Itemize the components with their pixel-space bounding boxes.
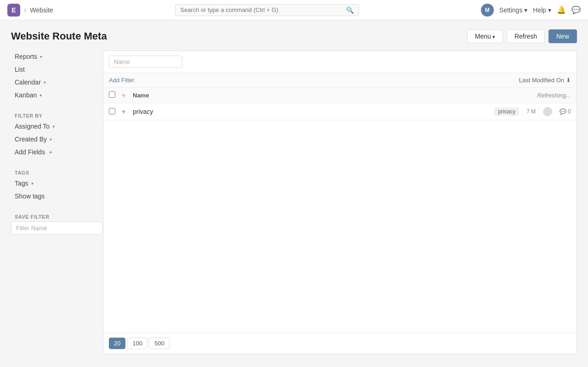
page-header: Website Route Meta Menu Refresh New	[0, 20, 588, 51]
row-meta: privacy 7 M 💬 0	[494, 107, 571, 116]
search-container: 🔍	[175, 4, 359, 16]
kanban-label: Kanban	[15, 91, 37, 99]
add-filter-button[interactable]: Add Filter	[109, 77, 135, 84]
created-by-label: Created By	[15, 136, 47, 143]
sidebar-item-calendar[interactable]: Calendar ▾	[11, 76, 103, 88]
tags-section: TAGS Tags ▾ Show tags	[11, 166, 103, 203]
header-status-col: Refreshing...	[516, 92, 571, 99]
chat-icon[interactable]: 💬	[571, 6, 581, 14]
table-row[interactable]: ♥ privacy privacy 7 M 💬 0	[103, 103, 577, 120]
content-area: Add Filter Last Modified On ⬇ ♥ Name Ref…	[103, 51, 577, 354]
sidebar: Reports ▾ List Calendar ▾ Kanban ▾ FILTE…	[11, 51, 103, 354]
assigned-to-caret: ▾	[52, 124, 55, 129]
avatar[interactable]: M	[481, 4, 494, 17]
page-title: Website Route Meta	[11, 30, 107, 42]
sort-label: Last Modified On	[519, 77, 564, 84]
kanban-caret: ▾	[40, 93, 42, 98]
breadcrumb-website[interactable]: Website	[30, 6, 53, 14]
add-fields-label: Add Fields	[15, 148, 45, 156]
save-filter-label: SAVE FILTER	[11, 210, 103, 221]
comment-count: 0	[568, 108, 571, 115]
assigned-to-label: Assigned To	[15, 123, 50, 130]
tags-item-label: Tags	[15, 180, 28, 187]
calendar-caret: ▾	[44, 80, 46, 85]
sort-indicator: Last Modified On ⬇	[519, 77, 571, 84]
sidebar-item-reports[interactable]: Reports ▾	[11, 51, 103, 62]
header-name-col: Name	[133, 92, 516, 99]
refresh-button[interactable]: Refresh	[507, 29, 545, 43]
select-all-checkbox[interactable]	[109, 91, 115, 98]
refreshing-status: Refreshing...	[537, 92, 571, 99]
content-spacer	[103, 120, 577, 333]
comment-icon: 💬	[560, 108, 566, 115]
notification-icon[interactable]: 🔔	[557, 6, 566, 14]
calendar-label: Calendar	[15, 79, 41, 86]
app-icon[interactable]: E	[7, 4, 20, 17]
sidebar-views-section: Reports ▾ List Calendar ▾ Kanban ▾	[11, 51, 103, 102]
row-avatar	[543, 107, 552, 116]
row-time: 7 M	[526, 108, 536, 115]
main-layout: Reports ▾ List Calendar ▾ Kanban ▾ FILTE…	[0, 51, 588, 365]
header-actions: Menu Refresh New	[467, 29, 577, 43]
row-checkbox-col	[109, 108, 122, 116]
top-navigation: E › Website 🔍 M Settings ▾ Help ▾ 🔔 💬	[0, 0, 588, 20]
new-button[interactable]: New	[548, 29, 577, 43]
row-comments: 💬 0	[560, 108, 571, 115]
search-box: 🔍	[175, 4, 359, 16]
row-name: privacy	[133, 108, 494, 115]
search-icon: 🔍	[346, 6, 354, 14]
nav-right: M Settings ▾ Help ▾ 🔔 💬	[481, 4, 581, 17]
list-label: List	[15, 66, 25, 73]
nav-left: E › Website	[7, 4, 53, 17]
heart-icon: ♥	[122, 92, 125, 99]
show-tags-label: Show tags	[15, 192, 45, 200]
table-header: ♥ Name Refreshing...	[103, 88, 577, 103]
reports-caret: ▾	[40, 54, 42, 59]
pagination-100[interactable]: 100	[127, 338, 147, 349]
breadcrumb-separator: ›	[24, 6, 26, 14]
settings-link[interactable]: Settings ▾	[499, 6, 527, 14]
sidebar-item-assigned-to[interactable]: Assigned To ▾	[11, 120, 103, 132]
pagination-500[interactable]: 500	[149, 338, 170, 349]
row-tag: privacy	[494, 107, 519, 116]
filter-bar	[103, 51, 577, 73]
reports-label: Reports	[15, 53, 37, 60]
sidebar-item-add-fields[interactable]: Add Fields +	[11, 146, 103, 158]
toolbar: Add Filter Last Modified On ⬇	[103, 73, 577, 88]
menu-button[interactable]: Menu	[467, 29, 503, 43]
search-input[interactable]	[180, 6, 343, 13]
save-filter-section: SAVE FILTER	[11, 210, 103, 235]
filter-by-section: FILTER BY Assigned To ▾ Created By ▾ Add…	[11, 109, 103, 159]
sidebar-item-kanban[interactable]: Kanban ▾	[11, 89, 103, 101]
sidebar-item-tags[interactable]: Tags ▾	[11, 177, 103, 189]
row-heart-icon[interactable]: ♥	[122, 108, 133, 115]
row-select-checkbox[interactable]	[109, 108, 115, 114]
tags-caret: ▾	[31, 181, 34, 186]
tags-section-label: TAGS	[11, 166, 103, 177]
filter-by-label: FILTER BY	[11, 109, 103, 120]
name-filter-input[interactable]	[109, 56, 182, 68]
sidebar-item-created-by[interactable]: Created By ▾	[11, 133, 103, 145]
header-heart-col: ♥	[122, 92, 133, 99]
sidebar-item-show-tags[interactable]: Show tags	[11, 190, 103, 202]
header-checkbox-col	[109, 91, 122, 99]
filter-name-input[interactable]	[11, 221, 103, 235]
help-link[interactable]: Help ▾	[533, 6, 551, 14]
sort-down-icon[interactable]: ⬇	[566, 77, 571, 84]
pagination-20[interactable]: 20	[109, 338, 125, 349]
add-fields-icon: +	[49, 148, 52, 156]
pagination: 20 100 500	[103, 333, 577, 354]
created-by-caret: ▾	[50, 137, 52, 142]
sidebar-item-list[interactable]: List	[11, 63, 103, 75]
